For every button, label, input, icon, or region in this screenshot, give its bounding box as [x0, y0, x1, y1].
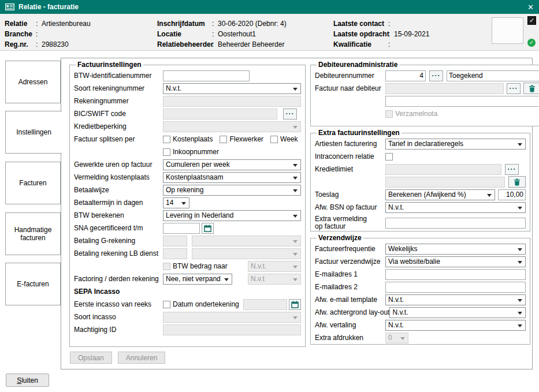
eerste-incasso-checkbox[interactable] — [163, 301, 170, 308]
sepa-incasso-header: SEPA Incasso — [74, 288, 120, 296]
betaling-g-rekening-label: Betaling G-rekening — [74, 237, 163, 245]
tab-instellingen[interactable]: Instellingen — [5, 111, 62, 154]
vermelding-kostenplaats-select[interactable]: Kostenplaatsnaam — [163, 172, 301, 183]
inkoopnummer-checkbox-label: Inkoopnummer — [173, 148, 219, 156]
toeslag-select[interactable]: Berekenen (Afwijkend %) — [385, 189, 495, 200]
factoring-select[interactable]: Nee, niet verpand — [163, 274, 232, 285]
kredietlimiet-delete-button[interactable] — [508, 176, 526, 188]
datum-calendar-button[interactable] — [289, 299, 301, 310]
factuur-debiteur-delete-button[interactable] — [523, 83, 539, 94]
status-ok-icon: ✓ — [527, 39, 536, 47]
factureerfrequentie-label: Factureerfrequentie — [315, 245, 385, 253]
debiteur-extra-input[interactable] — [385, 96, 539, 107]
debiteurenadministratie-fieldset: Debiteurenadministratie Debiteurennummer… — [310, 61, 539, 126]
dropdown-arrow-icon — [293, 126, 298, 129]
relation-window-icon — [5, 3, 14, 10]
btw-identificatienummer-input[interactable] — [163, 70, 250, 81]
week-checkbox[interactable] — [270, 136, 278, 143]
betaling-lb-dienst-label: Betaling rekening LB dienst — [74, 249, 163, 257]
bic-lookup-button[interactable]: ··· — [283, 109, 297, 120]
header-checkbox[interactable]: ✓ — [527, 16, 536, 25]
debiteur-status-input — [447, 70, 539, 81]
debiteur-lookup-button[interactable]: ··· — [429, 70, 443, 81]
betaalwijze-label: Betaalwijze — [74, 186, 163, 194]
dropdown-arrow-icon — [518, 299, 522, 302]
window-title: Relatie - facturatie — [18, 3, 79, 11]
tab-adressen[interactable]: Adressen — [5, 61, 61, 103]
betaalwijze-select[interactable]: Op rekening — [163, 185, 301, 196]
kredietlimiet-lookup-button[interactable]: ··· — [505, 164, 519, 175]
tab-facturen[interactable]: Facturen — [5, 162, 61, 204]
inkoopnummer-checkbox[interactable] — [163, 148, 170, 156]
relatiebeheerder-label: Relatiebeheerder — [157, 40, 212, 48]
close-icon[interactable]: ✕ — [527, 3, 534, 12]
afw-achtergrond-label: Afw. achtergrond lay-out — [315, 308, 389, 316]
emailadres1-input[interactable] — [385, 269, 526, 280]
verzendwijze-legend: Verzendwijze — [317, 234, 363, 242]
betaaltermijn-select[interactable]: 14 — [163, 197, 189, 208]
factuur-verzendwijze-value: Via website/balie — [388, 257, 440, 266]
regnr-value: 2988230 — [42, 40, 69, 48]
sluiten-button[interactable]: Sluiten — [6, 374, 49, 387]
dropdown-arrow-icon — [293, 240, 298, 243]
betaalwijze-value: Op rekening — [166, 186, 203, 194]
factureerfrequentie-select[interactable]: Wekelijks — [385, 244, 526, 255]
afw-bsn-select[interactable]: N.v.t. — [385, 202, 526, 213]
extra-vermelding-input[interactable] — [385, 218, 526, 229]
debiteurennummer-input[interactable] — [385, 70, 426, 81]
afw-achtergrond-select[interactable]: N.v.t. — [389, 307, 526, 318]
tab-e-facturen[interactable]: E-facturen — [5, 263, 61, 305]
gewerkte-uren-value: Cumuleren per week — [166, 160, 230, 169]
toeslag-label: Toeslag — [315, 191, 385, 199]
afw-email-template-value: N.v.t. — [388, 296, 404, 304]
dropdown-arrow-icon — [487, 194, 492, 197]
opslaan-button[interactable]: Opslaan — [70, 352, 112, 364]
calendar-icon — [291, 301, 299, 308]
g-rekening-input — [163, 236, 187, 247]
dropdown-arrow-icon — [518, 143, 522, 146]
btw-berekenen-label: BTW berekenen — [74, 211, 163, 219]
relatie-value: Artiestenbureau — [42, 20, 91, 28]
relation-photo-placeholder — [492, 17, 523, 44]
factuur-debiteur-lookup-button[interactable]: ··· — [507, 83, 521, 94]
annuleren-button[interactable]: Annuleren — [118, 352, 166, 364]
sna-date-input[interactable] — [163, 223, 200, 234]
afw-vertaling-select[interactable]: N.v.t. — [385, 320, 526, 331]
kostenplaats-checkbox[interactable] — [163, 136, 170, 143]
kostenplaats-checkbox-label: Kostenplaats — [173, 135, 213, 143]
factuur-naar-debiteur-input — [385, 83, 504, 94]
btw-bedrag-naar-select: N.v.t. — [248, 261, 301, 272]
dropdown-arrow-icon — [293, 316, 298, 319]
dropdown-arrow-icon — [181, 202, 186, 205]
intraconcern-relatie-checkbox[interactable] — [385, 153, 393, 160]
artiesten-facturering-select[interactable]: Tarief in declaratieregels — [385, 139, 526, 150]
branche-label: Branche — [5, 30, 36, 38]
soort-rekeningnummer-select[interactable]: N.v.t. — [163, 83, 301, 94]
emailadres1-label: E-mailadres 1 — [315, 270, 385, 278]
flexwerker-checkbox[interactable] — [220, 136, 227, 143]
lb-dienst-input — [163, 248, 187, 259]
sna-gecertificeerd-label: SNA gecertificeerd t/m — [74, 224, 163, 232]
gewerkte-uren-select[interactable]: Cumuleren per week — [163, 159, 301, 170]
dropdown-arrow-icon — [400, 337, 405, 340]
laatste-opdracht-value: 15-09-2021 — [394, 30, 429, 38]
dropdown-arrow-icon — [293, 266, 298, 268]
dropdown-arrow-icon — [518, 312, 522, 315]
factuur-verzendwijze-select[interactable]: Via website/balie — [385, 256, 526, 267]
btw-berekenen-select[interactable]: Levering in Nederland — [163, 210, 301, 221]
inschrijfdatum-label: Inschrijfdatum — [157, 20, 212, 28]
dropdown-arrow-icon — [293, 215, 298, 218]
extra-afdrukken-label: Extra afdrukken — [315, 334, 385, 342]
eerste-incasso-label: Eerste incasso van reeks — [74, 300, 163, 308]
afw-email-template-select[interactable]: N.v.t. — [385, 294, 526, 305]
kredietlimiet-label: Kredietlimiet — [315, 165, 385, 173]
afw-bsn-value: N.v.t. — [388, 203, 404, 211]
kredietbeperking-label: Kredietbeperking — [74, 122, 163, 130]
sna-calendar-button[interactable] — [202, 223, 214, 234]
extra-afdrukken-select: 0 — [385, 333, 408, 344]
emailadres2-input[interactable] — [385, 282, 526, 293]
toeslag-percentage-input[interactable] — [498, 189, 526, 200]
soort-rekeningnummer-label: Soort rekeningnummer — [74, 84, 163, 92]
tab-handmatige-facturen[interactable]: Handmatige facturen — [5, 212, 61, 255]
dropdown-arrow-icon — [518, 261, 522, 264]
